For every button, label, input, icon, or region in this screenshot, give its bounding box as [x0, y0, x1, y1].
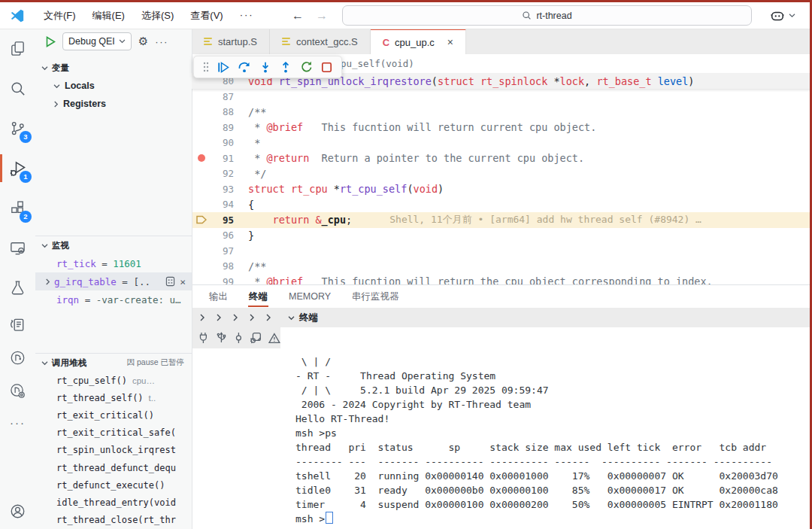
code-line[interactable]: 92 */ [192, 166, 812, 182]
close-tab-icon[interactable]: × [447, 36, 453, 48]
code-line[interactable]: 94{ [192, 197, 812, 213]
collapsed-group-chevron[interactable] [199, 314, 205, 321]
forward-arrow-icon[interactable]: → [316, 9, 328, 23]
code-line[interactable]: 99 * @brief This fucntion will return th… [192, 274, 812, 284]
tab-cpu-up-c[interactable]: C cpu_up.c × [371, 29, 466, 54]
watch-section-header[interactable]: 监视 [35, 236, 192, 254]
debug-toolbar [193, 56, 342, 78]
search-icon [9, 80, 26, 97]
warning-icon[interactable] [268, 333, 280, 344]
usb-icon[interactable] [216, 332, 227, 344]
watch-item-g-irq-table[interactable]: g_irq_table = [.. × [35, 272, 192, 290]
callstack-frame[interactable]: idle_thread_entry(void [35, 494, 192, 511]
activity-more-button[interactable]: ··· [0, 407, 35, 437]
step-out-button[interactable] [280, 62, 292, 73]
collapsed-group-chevron[interactable] [265, 314, 271, 321]
callstack-frame[interactable]: rt_exit_critical() [35, 406, 192, 424]
stop-button[interactable] [321, 62, 332, 73]
activity-task-runner[interactable] [0, 308, 35, 341]
collapsed-group-chevron[interactable] [232, 314, 238, 321]
activity-remote-repo[interactable] [0, 374, 35, 407]
continue-button[interactable] [217, 62, 229, 73]
activity-extensions[interactable]: 2 [0, 188, 35, 228]
code-line[interactable]: 91 * @return Return a pointer to the cur… [192, 150, 812, 166]
panel-tab-serial-monitor[interactable]: 串行监视器 [351, 285, 400, 309]
callstack-frame[interactable]: rt_defunct_execute() [35, 476, 192, 494]
terminal-prompt[interactable]: msh > [295, 512, 803, 526]
copilot-control[interactable] [769, 8, 795, 23]
activity-remote-explorer[interactable] [0, 228, 35, 268]
callstack-frame[interactable]: rt_cpu_self()cpu… [35, 372, 192, 389]
locals-tree-item[interactable]: Locals [35, 77, 192, 95]
probe-icon[interactable] [234, 332, 244, 344]
activity-source-control[interactable]: 3 [0, 108, 35, 148]
step-into-button[interactable] [259, 62, 271, 73]
code-editor[interactable]: 80void rt_spin_unlock_irqrestore(struct … [192, 73, 812, 284]
collapsed-group-chevron[interactable] [216, 314, 222, 321]
panel-tab-output[interactable]: 输出 [208, 285, 229, 309]
plug-icon[interactable] [198, 332, 209, 344]
frame-name: rt_thread_self() [56, 393, 144, 403]
debug-session-icon[interactable] [250, 332, 262, 344]
paused-badge: 因 pause 已暂停 [127, 357, 184, 368]
command-center-search[interactable]: rt-thread [342, 5, 752, 26]
breakpoint-dot[interactable] [192, 154, 211, 162]
tab-context-gcc-s[interactable]: context_gcc.S [270, 29, 371, 54]
watch-value: -var-create: u… [96, 294, 181, 306]
line-number: 90 [211, 137, 234, 148]
panel-tab-terminal[interactable]: 终端 [248, 285, 268, 309]
back-arrow-icon[interactable]: ← [292, 9, 304, 23]
code-line[interactable]: 98/** [192, 259, 812, 275]
menu-more-button[interactable]: ··· [232, 6, 262, 26]
activity-git-graph[interactable] [0, 341, 35, 374]
menu-edit[interactable]: 编辑(E) [84, 6, 133, 26]
watch-item-rt-tick[interactable]: rt_tick = 11601 [35, 254, 192, 272]
sidebar-more-button[interactable]: ··· [155, 36, 168, 47]
callstack-frame[interactable]: rt_spin_unlock_irqrest [35, 442, 192, 459]
gear-icon[interactable]: ⚙ [138, 35, 148, 48]
watch-name: rt_tick [56, 258, 96, 269]
menu-view[interactable]: 查看(V) [182, 6, 231, 26]
debug-config-dropdown[interactable]: Debug QEI [62, 32, 132, 50]
restart-button[interactable] [301, 61, 313, 73]
activity-explorer[interactable] [0, 29, 35, 68]
watch-eq: = [96, 258, 114, 269]
code-line[interactable]: 95 return &_cpu;Shell, 11个月前 • [arm64] a… [192, 212, 812, 228]
code-line[interactable]: 93struct rt_cpu *rt_cpu_self(void) [192, 181, 812, 197]
code-line[interactable]: 88/** [192, 105, 812, 120]
current-line-marker[interactable] [192, 215, 211, 224]
code-line[interactable]: 96} [192, 228, 812, 244]
git-blame-annotation: Shell, 11个月前 • [arm64] add hw thread sel… [389, 213, 701, 226]
start-debug-button[interactable] [46, 36, 56, 47]
binary-view-icon[interactable] [165, 276, 175, 287]
menu-selection[interactable]: 选择(S) [133, 6, 182, 26]
terminal-output[interactable]: \ | /- RT - Thread Operating System / | … [295, 354, 803, 529]
watch-value: [.. [133, 276, 150, 287]
toolbar-drag-handle[interactable] [203, 62, 209, 72]
callstack-frame[interactable]: rt_exit_critical_safe( [35, 424, 192, 442]
activity-search[interactable] [0, 68, 35, 108]
code-line[interactable]: 97 [192, 243, 812, 259]
step-over-button[interactable] [238, 62, 250, 73]
chevron-down-icon [53, 84, 60, 89]
code-line[interactable]: 90 * [192, 135, 812, 151]
terminal-group-label: 终端 [299, 312, 318, 324]
callstack-frame[interactable]: rt_thread_defunct_dequ [35, 459, 192, 476]
menu-file[interactable]: 文件(F) [35, 6, 84, 26]
tab-startup-s[interactable]: startup.S [192, 29, 270, 54]
callstack-frame[interactable]: rt_thread_self()t.. [35, 389, 192, 406]
remove-watch-icon[interactable]: × [180, 277, 186, 287]
code-line[interactable]: 87 [192, 89, 812, 105]
account-button[interactable] [0, 493, 35, 529]
activity-run-debug[interactable]: 1 [0, 148, 35, 188]
variables-section-header[interactable]: 变量 [35, 59, 192, 77]
panel-tab-memory[interactable]: MEMORY [288, 286, 332, 307]
activity-testing[interactable] [0, 268, 35, 308]
watch-item-irqn[interactable]: irqn = -var-create: u… [35, 290, 192, 309]
registers-tree-item[interactable]: Registers [35, 95, 192, 113]
callstack-frame[interactable]: rt_thread_close(rt_thr [35, 512, 192, 529]
terminal-group-header[interactable]: 终端 [288, 312, 318, 324]
collapsed-group-chevron[interactable] [249, 314, 255, 321]
callstack-section-header[interactable]: 调用堆栈 因 pause 已暂停 [35, 354, 192, 372]
code-line[interactable]: 89 * @brief This fucntion will return cu… [192, 120, 812, 135]
